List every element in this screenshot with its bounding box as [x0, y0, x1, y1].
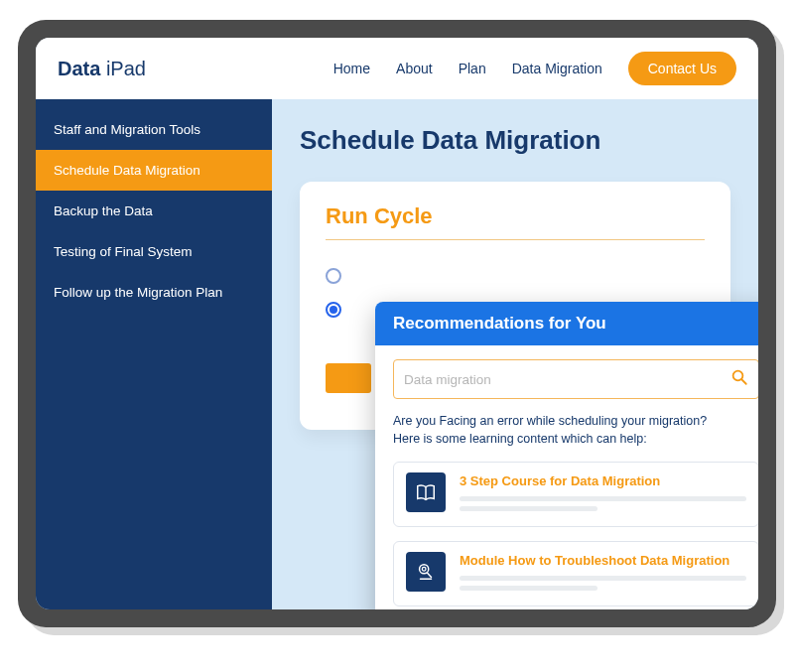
recommendation-title: Module How to Troubleshoot Data Migratio… [460, 553, 746, 568]
sidebar-item-staff-tools[interactable]: Staff and Migration Tools [36, 109, 272, 150]
popup-help-text: Are you Facing an error while scheduling… [393, 413, 758, 448]
nav-home[interactable]: Home [333, 61, 370, 76]
recommendation-module[interactable]: Module How to Troubleshoot Data Migratio… [393, 541, 758, 606]
sidebar-item-follow-up[interactable]: Follow up the Migration Plan [36, 272, 272, 313]
recommendation-title: 3 Step Course for Data Migration [460, 473, 746, 488]
logo-rest: iPad [100, 58, 146, 79]
app-header: Data iPad Home About Plan Data Migration… [36, 38, 758, 99]
svg-point-4 [422, 567, 426, 571]
device-frame: Data iPad Home About Plan Data Migration… [18, 20, 776, 627]
nav-about[interactable]: About [396, 61, 433, 76]
radio-icon[interactable] [326, 302, 341, 318]
nav-data-migration[interactable]: Data Migration [512, 61, 602, 76]
app-logo: Data iPad [58, 58, 146, 80]
sidebar: Staff and Migration Tools Schedule Data … [36, 99, 272, 609]
svg-line-1 [741, 379, 746, 384]
contact-us-button[interactable]: Contact Us [628, 52, 736, 85]
magnifier-icon [406, 552, 446, 592]
recommendations-popup: Recommendations for You Are you Facing a… [375, 302, 758, 609]
run-cycle-option-1[interactable] [326, 268, 705, 284]
popup-help-line2: Here is some learning content which can … [393, 432, 647, 446]
placeholder-line [460, 506, 597, 511]
recommendation-content: 3 Step Course for Data Migration [460, 472, 746, 516]
book-icon [406, 472, 446, 512]
sidebar-item-backup[interactable]: Backup the Data [36, 191, 272, 231]
submit-button[interactable] [326, 363, 371, 393]
popup-title: Recommendations for You [375, 302, 758, 345]
sidebar-item-testing[interactable]: Testing of Final System [36, 231, 272, 272]
card-divider [326, 239, 705, 240]
top-nav: Home About Plan Data Migration Contact U… [333, 52, 736, 85]
svg-line-5 [427, 573, 431, 578]
search-field[interactable] [393, 359, 758, 399]
search-icon[interactable] [730, 368, 748, 390]
logo-bold: Data [58, 58, 100, 79]
search-input[interactable] [404, 372, 730, 387]
radio-icon[interactable] [326, 268, 341, 284]
app-screen: Data iPad Home About Plan Data Migration… [36, 38, 758, 609]
recommendation-course[interactable]: 3 Step Course for Data Migration [393, 462, 758, 527]
placeholder-line [460, 496, 746, 501]
placeholder-line [460, 586, 597, 591]
card-title: Run Cycle [326, 203, 705, 229]
popup-help-line1: Are you Facing an error while scheduling… [393, 414, 707, 428]
sidebar-item-schedule-migration[interactable]: Schedule Data Migration [36, 150, 272, 191]
recommendation-content: Module How to Troubleshoot Data Migratio… [460, 552, 746, 596]
placeholder-line [460, 576, 746, 581]
popup-body: Are you Facing an error while scheduling… [375, 345, 758, 609]
nav-plan[interactable]: Plan [459, 61, 486, 76]
page-title: Schedule Data Migration [300, 125, 730, 156]
